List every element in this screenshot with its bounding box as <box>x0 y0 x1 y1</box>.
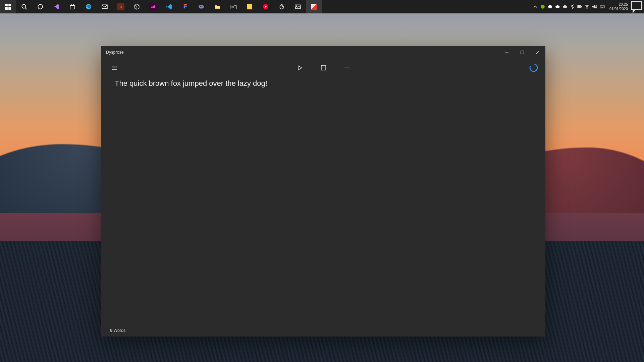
app-toolbar <box>101 58 545 77</box>
start-button[interactable] <box>0 0 16 13</box>
svg-point-24 <box>541 5 545 9</box>
svg-point-22 <box>297 6 297 6</box>
taskbar-app-vscode[interactable] <box>161 0 177 13</box>
tray-cloud[interactable] <box>554 0 561 13</box>
svg-point-43 <box>529 63 538 72</box>
minimize-button[interactable] <box>499 46 515 58</box>
taskbar-app-mobaxterm[interactable]: |mT| <box>225 0 241 13</box>
editor-area[interactable]: The quick brown fox jumped over the lazy… <box>101 77 545 324</box>
maximize-button[interactable] <box>515 46 530 58</box>
action-center-button[interactable] <box>631 1 643 13</box>
tray-battery[interactable] <box>576 0 583 13</box>
keyboard-icon <box>600 4 605 9</box>
taskbar-app-store[interactable] <box>64 0 80 13</box>
svg-point-17 <box>202 6 203 7</box>
discord-tray-icon <box>548 4 552 9</box>
svg-point-15 <box>199 5 204 8</box>
tray-onedrive[interactable] <box>561 0 569 13</box>
app-window: Dysprose <box>101 46 545 337</box>
taskbar-app-visual-studio[interactable] <box>48 0 64 13</box>
stop-button[interactable] <box>318 62 329 73</box>
xd-icon: Xd <box>149 3 157 10</box>
word-count: 9 Words <box>110 328 125 333</box>
play-icon <box>298 65 303 70</box>
search-button[interactable] <box>16 0 32 13</box>
taskbar-app-explorer[interactable] <box>209 0 225 13</box>
svg-rect-1 <box>8 4 11 6</box>
svg-rect-2 <box>5 7 8 10</box>
taskbar-app-figma[interactable] <box>177 0 193 13</box>
taskbar-app-ytmusic[interactable] <box>258 0 274 13</box>
more-horizontal-icon <box>344 65 350 70</box>
volume-icon <box>592 4 597 9</box>
taskbar-app-discord[interactable] <box>193 0 209 13</box>
svg-rect-39 <box>321 65 325 70</box>
sticky-note-icon <box>247 4 252 9</box>
maximize-icon <box>521 51 524 54</box>
svg-point-12 <box>184 5 185 7</box>
mobaxterm-icon: |mT| <box>230 5 237 9</box>
clock-date: 01/01/2020 <box>609 7 628 11</box>
tray-keyboard[interactable] <box>598 0 607 13</box>
bluetooth-icon <box>570 4 575 9</box>
window-title: Dysprose <box>106 50 124 55</box>
battery-icon <box>577 4 582 9</box>
tray-nvidia[interactable] <box>539 0 546 13</box>
taskbar-app-isaac[interactable]: :) <box>113 0 129 13</box>
hamburger-menu-button[interactable] <box>109 62 119 73</box>
cortana-button[interactable] <box>32 0 48 13</box>
taskbar-app-mail[interactable] <box>97 0 113 13</box>
titlebar[interactable]: Dysprose <box>101 46 545 58</box>
figma-icon <box>182 4 188 10</box>
taskbar-clock[interactable]: 20:25 01/01/2020 <box>607 2 631 11</box>
svg-point-4 <box>22 4 25 8</box>
onedrive-icon <box>562 4 567 9</box>
taskbar-app-3d[interactable] <box>129 0 145 13</box>
progress-ring-icon <box>529 63 538 72</box>
dysprose-app-icon <box>311 4 317 10</box>
statusbar: 9 Words <box>101 324 545 337</box>
play-button[interactable] <box>294 62 305 73</box>
taskbar-app-stopwatch[interactable] <box>274 0 290 13</box>
play-circle-icon <box>263 4 269 10</box>
tray-volume[interactable] <box>591 0 598 13</box>
svg-point-13 <box>185 5 187 7</box>
chevron-up-icon <box>533 4 538 9</box>
svg-rect-0 <box>5 4 8 6</box>
tray-wifi[interactable] <box>583 0 591 13</box>
taskbar-app-xd[interactable]: Xd <box>145 0 161 13</box>
hamburger-icon <box>112 65 117 70</box>
minimize-icon <box>505 51 508 54</box>
taskbar-app-sticky[interactable] <box>241 0 258 13</box>
taskbar-app-dysprose[interactable] <box>306 0 322 13</box>
svg-point-40 <box>344 67 345 68</box>
cloud-icon <box>555 4 560 9</box>
more-button[interactable] <box>341 62 352 73</box>
svg-point-42 <box>348 67 349 68</box>
search-icon <box>21 4 27 10</box>
store-icon <box>69 4 75 10</box>
svg-rect-31 <box>632 2 642 9</box>
svg-rect-28 <box>578 6 581 7</box>
svg-line-5 <box>25 8 27 9</box>
tray-bluetooth[interactable] <box>569 0 576 13</box>
svg-rect-7 <box>70 6 75 9</box>
system-tray: 20:25 01/01/2020 <box>532 0 644 13</box>
taskbar-app-edge[interactable] <box>80 0 97 13</box>
edge-icon <box>86 4 92 10</box>
tray-discord[interactable] <box>546 0 554 13</box>
svg-point-16 <box>200 6 201 7</box>
svg-rect-33 <box>521 51 524 54</box>
close-button[interactable] <box>530 46 545 58</box>
stop-icon <box>321 65 326 70</box>
svg-point-20 <box>280 5 283 9</box>
tray-overflow[interactable] <box>532 0 539 13</box>
svg-point-41 <box>346 67 347 68</box>
image-icon <box>295 4 301 10</box>
cube-icon <box>134 4 140 10</box>
discord-icon <box>198 4 204 10</box>
svg-point-14 <box>184 7 185 9</box>
stopwatch-icon <box>279 4 285 10</box>
clock-time: 20:25 <box>619 2 628 7</box>
taskbar-app-photos[interactable] <box>290 0 306 13</box>
